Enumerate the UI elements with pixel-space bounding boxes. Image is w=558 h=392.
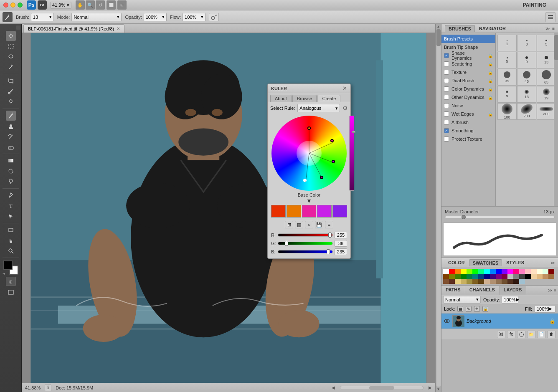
color-chip-5[interactable] bbox=[332, 205, 347, 217]
swatch-black[interactable] bbox=[525, 274, 531, 279]
text-tool[interactable]: T bbox=[6, 201, 16, 211]
photoshop-icon[interactable]: Ps bbox=[27, 0, 36, 10]
diameter-slider-thumb[interactable] bbox=[462, 215, 466, 219]
scroll-up-icon[interactable]: ▲ bbox=[437, 25, 440, 28]
navigator-tab[interactable]: NAVIGATOR bbox=[476, 25, 509, 32]
airbrush-check[interactable] bbox=[444, 120, 449, 125]
color-chip-4[interactable] bbox=[317, 205, 332, 217]
status-info-icon[interactable]: ℹ bbox=[45, 384, 51, 391]
new-group-button[interactable]: 📁 bbox=[527, 331, 535, 338]
swatch-yellow[interactable] bbox=[461, 269, 467, 274]
r-value[interactable]: 255 bbox=[335, 232, 347, 238]
swatch-blue[interactable] bbox=[490, 269, 496, 274]
screen-mode-button[interactable] bbox=[6, 287, 16, 297]
brush-cell-3[interactable]: 3 bbox=[517, 35, 536, 51]
b-slider-track[interactable] bbox=[278, 250, 333, 253]
kuler-close-button[interactable]: ✕ bbox=[342, 85, 347, 91]
diameter-slider[interactable] bbox=[445, 216, 555, 218]
b-slider-thumb[interactable] bbox=[327, 249, 330, 254]
zoom-control[interactable]: 41.9% ▾ bbox=[50, 2, 71, 9]
swatch-sky1[interactable] bbox=[519, 279, 525, 284]
canvas-image[interactable] bbox=[22, 33, 435, 383]
zoom-tool-icon[interactable]: 🔍 bbox=[86, 0, 95, 10]
opacity-input[interactable]: 100% ▾ bbox=[144, 13, 167, 21]
g-slider-track[interactable] bbox=[278, 242, 333, 245]
stamp-tool[interactable] bbox=[6, 121, 16, 131]
color-chip-1[interactable] bbox=[271, 205, 286, 217]
screen-mode-icon[interactable]: ⬜ bbox=[107, 0, 116, 10]
paths-tab[interactable]: PATHS bbox=[441, 286, 465, 295]
kuler-create-tab[interactable]: Create bbox=[317, 95, 340, 102]
protect-texture-check[interactable] bbox=[444, 137, 449, 142]
swatch-brown[interactable] bbox=[443, 274, 449, 279]
r-slider-thumb[interactable] bbox=[328, 233, 332, 238]
swatch-tan5[interactable] bbox=[478, 279, 484, 284]
mode-select[interactable]: Normal ▾ bbox=[71, 13, 122, 21]
swatch-light-pink[interactable] bbox=[519, 269, 525, 274]
smoothing-check[interactable]: ✓ bbox=[444, 128, 449, 133]
brush-cell-45[interactable]: 45 bbox=[517, 69, 536, 86]
wand-tool[interactable] bbox=[6, 62, 16, 72]
brush-tool-active[interactable] bbox=[3, 12, 13, 22]
kuler-about-tab[interactable]: About bbox=[270, 95, 292, 102]
swatches-tab[interactable]: SWATCHES bbox=[469, 259, 502, 266]
layers-menu-icon[interactable]: ≡ bbox=[554, 288, 556, 293]
swatch-tan2[interactable] bbox=[461, 279, 467, 284]
texture-option[interactable]: Texture 🔒 bbox=[441, 68, 495, 76]
brush-tip-shape-option[interactable]: Brush Tip Shape bbox=[441, 43, 495, 51]
link-layers-button[interactable]: ⛓ bbox=[497, 331, 505, 338]
channels-tab[interactable]: CHANNELS bbox=[465, 286, 500, 295]
layers-collapse-icon[interactable]: ≫ bbox=[548, 288, 552, 293]
other-dynamics-option[interactable]: Other Dynamics 🔒 bbox=[441, 93, 495, 101]
other-dynamics-check[interactable] bbox=[444, 95, 449, 100]
scrollbar-thumb[interactable] bbox=[369, 386, 394, 389]
maximize-window-button[interactable] bbox=[18, 3, 23, 8]
add-effect-button[interactable]: fx bbox=[507, 331, 515, 338]
close-window-button[interactable] bbox=[3, 3, 8, 8]
swatch-pale-green[interactable] bbox=[543, 269, 548, 274]
color-panel-collapse[interactable]: ≫ bbox=[550, 260, 555, 265]
swatch-gray[interactable] bbox=[513, 274, 519, 279]
swatch-dark-blue[interactable] bbox=[496, 269, 502, 274]
swatch-skin3[interactable] bbox=[543, 274, 548, 279]
doc-tab-active[interactable]: BLP-006181-Finished.tif @ 41.9% (Red/8) … bbox=[23, 24, 124, 33]
color-chip-2[interactable] bbox=[287, 205, 301, 217]
shape-dynamics-check[interactable]: ✓ bbox=[444, 53, 449, 58]
swatch-magenta[interactable] bbox=[507, 269, 513, 274]
shape-dynamics-option[interactable]: ✓ Shape Dynamics 🔒 bbox=[441, 51, 495, 60]
move-tool[interactable] bbox=[6, 31, 16, 41]
brush-tool[interactable] bbox=[6, 111, 16, 121]
scroll-left-icon[interactable]: ◀ bbox=[332, 385, 335, 390]
noise-check[interactable] bbox=[444, 103, 449, 108]
r-slider-track[interactable] bbox=[278, 233, 333, 237]
protect-texture-option[interactable]: Protect Texture bbox=[441, 135, 495, 143]
swatch-dark-teal[interactable] bbox=[478, 274, 484, 279]
swatch-tan4[interactable] bbox=[472, 279, 478, 284]
layers-mode-select[interactable]: Normal ▾ bbox=[443, 296, 481, 303]
swatch-dark-gray[interactable] bbox=[519, 274, 525, 279]
delete-layer-button[interactable]: 🗑 bbox=[547, 331, 555, 338]
lock-transparent-icon[interactable]: ▦ bbox=[457, 306, 463, 312]
brush-cell-65[interactable]: 65 bbox=[537, 69, 556, 86]
dodge-tool[interactable] bbox=[6, 177, 16, 187]
brush-cell-9b[interactable]: 9 bbox=[517, 52, 536, 68]
swatch-cyan[interactable] bbox=[484, 269, 490, 274]
color-chip-3[interactable] bbox=[302, 205, 317, 217]
swatch-skin6[interactable] bbox=[449, 279, 455, 284]
hand-tool-icon[interactable]: ✋ bbox=[76, 0, 85, 10]
swatch-olive[interactable] bbox=[449, 274, 455, 279]
kuler-add-button[interactable]: ⊞ bbox=[285, 221, 293, 228]
pen-tool[interactable] bbox=[6, 190, 16, 200]
dual-brush-option[interactable]: Dual Brush 🔒 bbox=[441, 76, 495, 85]
swatch-peach[interactable] bbox=[531, 269, 537, 274]
opacity-stepper[interactable]: ▶ bbox=[516, 297, 519, 302]
horizontal-scrollbar[interactable] bbox=[340, 386, 424, 390]
swap-colors-icon[interactable]: ⇆ bbox=[3, 272, 5, 276]
swatch-indigo[interactable] bbox=[490, 274, 496, 279]
layer-visibility-icon[interactable] bbox=[444, 318, 450, 324]
color-dynamics-option[interactable]: Color Dynamics 🔒 bbox=[441, 85, 495, 93]
noise-option[interactable]: Noise bbox=[441, 101, 495, 110]
blur-tool[interactable] bbox=[6, 166, 16, 176]
kuler-swatch-view[interactable]: ▦ bbox=[295, 221, 303, 228]
g-value[interactable]: 38 bbox=[335, 240, 347, 247]
